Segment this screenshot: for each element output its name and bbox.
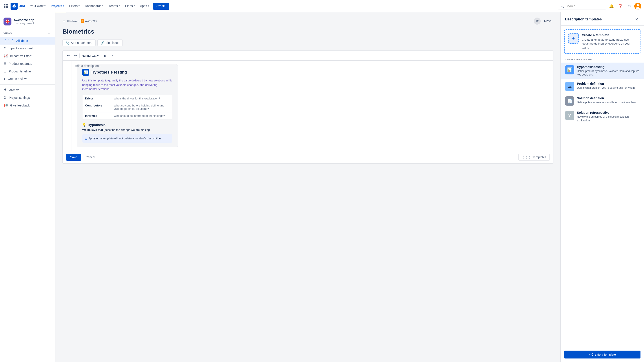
page-title: Biometrics	[62, 28, 554, 35]
link-icon: 🔗	[101, 41, 104, 45]
breadcrumb-issue-link[interactable]: AWE-222	[85, 19, 97, 23]
create-template-card[interactable]: + Create a template Create a template to…	[564, 29, 640, 54]
chevron-down-icon: ▾	[134, 4, 135, 7]
project-type: Discovery project	[14, 22, 34, 25]
templates-icon: ⋮⋮⋮	[522, 156, 531, 159]
create-template-desc: Create a template to standardize how ide…	[582, 38, 636, 50]
info-text: Applying a template will not delete your…	[88, 137, 162, 140]
timeline-icon: ☰	[4, 69, 6, 73]
add-view-button[interactable]: +	[46, 31, 52, 36]
editor-placeholder: Add a description...	[75, 64, 101, 68]
template-lib-item-problem[interactable]: ☁ Problem definition Define what problem…	[561, 79, 644, 94]
svg-rect-8	[7, 7, 8, 8]
attachment-icon: 📎	[66, 41, 70, 45]
template-lib-title: Solution definition	[577, 96, 637, 100]
template-lib-item-solution-retro[interactable]: ? Solution retrospective Review the outc…	[561, 108, 644, 125]
svg-rect-4	[6, 5, 7, 6]
library-label: TEMPLATES LIBRARY	[561, 57, 644, 63]
link-issue-button[interactable]: 🔗 Link issue	[98, 39, 123, 46]
templates-button[interactable]: ⋮⋮⋮ Templates	[518, 154, 550, 161]
editor-container: ↩ ↪ Normal text ▾ B I | Add a descriptio…	[62, 50, 554, 164]
project-name: Awesome app	[14, 18, 34, 22]
template-lib-item-solution-def[interactable]: 📄 Solution definition Define potential s…	[561, 94, 644, 108]
panel-create-template-button[interactable]: + Create a template	[564, 351, 640, 359]
content-area: ☰ All ideas / ⚙ AWE-222 👁 Move Biometric…	[56, 12, 560, 362]
hypothesis-section: 💡 Hypothesis We believe that [describe t…	[82, 123, 172, 132]
template-lib-desc: Review the outcomes of a particular solu…	[577, 115, 640, 123]
nav-plans[interactable]: Plans ▾	[123, 0, 137, 12]
search-input[interactable]	[566, 4, 603, 8]
chevron-down-icon: ▾	[44, 4, 46, 7]
nav-filters[interactable]: Filters ▾	[67, 0, 82, 12]
notifications-button[interactable]: 🔔	[608, 3, 615, 10]
nav-teams[interactable]: Teams ▾	[106, 0, 122, 12]
panel-header: Description templates ✕	[561, 12, 644, 26]
sidebar-item-label: All ideas	[16, 39, 28, 43]
sidebar-item-impact-assessment[interactable]: ≡ Impact assesment	[0, 45, 55, 52]
cancel-button[interactable]: Cancel	[83, 154, 98, 161]
user-avatar[interactable]	[634, 3, 641, 10]
redo-button[interactable]: ↪	[72, 52, 78, 59]
add-attachment-button[interactable]: 📎 Add attachment	[62, 39, 96, 46]
panel-footer: + Create a template	[561, 347, 644, 362]
search-icon	[561, 4, 564, 8]
template-lib-info: Solution definition Define potential sol…	[577, 96, 637, 104]
sidebar-item-create-view[interactable]: + Create a view	[0, 75, 55, 83]
views-label: VIEWS	[4, 32, 12, 35]
sidebar-item-product-timeline[interactable]: ☰ Product timeline	[0, 67, 55, 75]
template-lib-title: Solution retrospective	[577, 111, 640, 114]
template-preview-header: 📊 Hypothesis testing	[82, 69, 172, 76]
breadcrumb-all-ideas[interactable]: All ideas	[66, 19, 77, 23]
sidebar-item-label: Archive	[9, 88, 20, 92]
table-cell-value: Who's the driver for this exploration?	[111, 95, 172, 102]
text-style-select[interactable]: Normal text ▾	[79, 53, 101, 58]
main-layout: 🎯 Awesome app Discovery project VIEWS + …	[0, 12, 644, 362]
editor-toolbar: ↩ ↪ Normal text ▾ B I	[63, 51, 553, 61]
template-lib-info: Hypothesis testing Define product hypoth…	[577, 65, 640, 77]
bulb-icon: 💡	[82, 123, 86, 127]
sidebar-item-archive[interactable]: 🗑 Archive	[0, 86, 55, 94]
editor-body: | Add a description... 📊 Hypothesis test…	[63, 61, 553, 151]
nav-projects[interactable]: Projects ▾	[48, 0, 66, 12]
italic-button[interactable]: I	[109, 52, 115, 59]
sidebar-item-project-settings[interactable]: ⚙ Project settings	[0, 94, 55, 101]
editor-main[interactable]: Add a description... 📊 Hypothesis testin…	[72, 61, 553, 151]
breadcrumb-separator: /	[78, 19, 79, 23]
template-icon: 📊	[82, 69, 89, 76]
search-bar[interactable]	[558, 3, 606, 9]
chevron-down-icon: ▾	[102, 4, 103, 7]
grid-menu-button[interactable]	[3, 3, 10, 10]
help-button[interactable]: ❓	[617, 3, 624, 10]
chevron-down-icon: ▾	[97, 54, 99, 57]
table-row: Informed Who should be informed of the f…	[82, 112, 172, 119]
panel-close-button[interactable]: ✕	[634, 16, 640, 22]
save-button[interactable]: Save	[66, 154, 81, 161]
table-cell-value: Who should be informed of the findings?	[111, 112, 172, 119]
jira-logo[interactable]: Jira	[10, 3, 25, 10]
sidebar-item-product-roadmap[interactable]: ⊞ Product roadmap	[0, 60, 55, 67]
nav-right: 🔔 ❓ ⚙	[558, 3, 641, 10]
sidebar-item-impact-effort[interactable]: 📈 Impact vs Effort	[0, 52, 55, 60]
svg-rect-0	[4, 4, 5, 5]
info-icon: ℹ	[85, 136, 87, 141]
move-button[interactable]: Move	[542, 18, 554, 24]
settings-button[interactable]: ⚙	[626, 3, 632, 10]
template-lib-item-hypothesis[interactable]: 📊 Hypothesis testing Define product hypo…	[561, 63, 644, 79]
chevron-down-icon: ▾	[78, 4, 80, 7]
sidebar-item-all-ideas[interactable]: ⋮⋮⋮ All ideas	[0, 37, 55, 45]
sidebar-item-label: Project settings	[9, 96, 30, 99]
sidebar-item-give-feedback[interactable]: 📢 Give feedback	[0, 101, 55, 109]
hypothesis-title: 💡 Hypothesis	[82, 123, 172, 127]
nav-apps[interactable]: Apps ▾	[138, 0, 151, 12]
breadcrumb-issue: ⚙ AWE-222	[81, 19, 97, 23]
svg-rect-7	[6, 7, 7, 8]
create-button[interactable]: Create	[153, 3, 169, 10]
bold-button[interactable]: B	[102, 52, 108, 59]
sidebar-item-label: Give feedback	[10, 104, 30, 107]
nav-dashboards[interactable]: Dashboards ▾	[83, 0, 106, 12]
nav-your-work[interactable]: Your work ▾	[28, 0, 48, 12]
undo-button[interactable]: ↩	[65, 52, 72, 59]
watch-button[interactable]: 👁	[534, 17, 541, 24]
archive-icon: 🗑	[4, 88, 7, 92]
right-panel: Description templates ✕ + Create a templ…	[560, 12, 644, 362]
